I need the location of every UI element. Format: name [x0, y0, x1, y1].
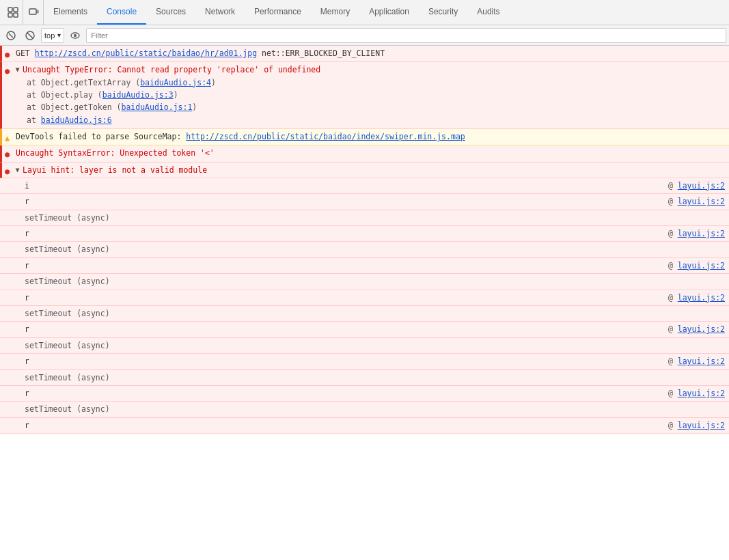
- svg-rect-5: [37, 10, 38, 13]
- entry-content-4: Uncaught SyntaxError: Unexpected token '…: [16, 148, 725, 159]
- entry-content-3: DevTools failed to parse SourceMap: http…: [16, 131, 725, 143]
- layui-sub-async-label1: setTimeout (async): [25, 212, 148, 224]
- tab-console[interactable]: Console: [97, 0, 146, 25]
- tab-audits[interactable]: Audits: [467, 0, 509, 25]
- stack-link-3[interactable]: baiduAudio.js:1: [121, 102, 192, 112]
- get-error-text: GET http://zscd.cn/public/static/baidao/…: [16, 48, 725, 59]
- entry-content: GET http://zscd.cn/public/static/baidao/…: [16, 48, 725, 59]
- layui-link-r4[interactable]: layui.js:2: [678, 293, 725, 303]
- device-toolbar-button[interactable]: [23, 0, 44, 25]
- layui-sub-async5: setTimeout (async): [0, 338, 729, 354]
- entry-content-5: ▶Layui hint: layer is not a valid module: [16, 165, 725, 176]
- layui-sub-r1: r @ layui.js:2: [0, 194, 729, 210]
- tab-performance-label: Performance: [254, 7, 301, 16]
- tab-elements[interactable]: Elements: [44, 0, 97, 25]
- svg-rect-4: [29, 9, 36, 14]
- layui-sub-at-r3: @ layui.js:2: [614, 260, 725, 272]
- console-toolbar: top ▾: [0, 25, 729, 46]
- layui-sub-at-r5: @ layui.js:2: [614, 323, 725, 335]
- layui-sub-async3: setTimeout (async): [0, 274, 729, 290]
- get-error-url[interactable]: http://zscd.cn/public/static/baidao/hr/a…: [35, 48, 257, 58]
- clear-console-button[interactable]: [3, 27, 19, 44]
- svg-line-9: [27, 32, 33, 38]
- layui-sub-at-r4: @ layui.js:2: [614, 292, 725, 304]
- svg-rect-3: [14, 13, 18, 17]
- layui-sub-at-r7: @ layui.js:2: [614, 387, 725, 400]
- console-output: ● GET http://zscd.cn/public/static/baida…: [0, 46, 729, 560]
- entry-content-2: ▶Uncaught TypeError: Cannot read propert…: [16, 64, 725, 126]
- stack-line-3: at Object.getToken (baiduAudio.js:1): [27, 101, 725, 113]
- tab-sources[interactable]: Sources: [146, 0, 195, 25]
- svg-line-7: [9, 33, 13, 38]
- stack-line-1: at Object.getTextArray (baiduAudio.js:4): [27, 76, 725, 89]
- layui-sub-async1: setTimeout (async): [0, 210, 729, 226]
- svg-point-11: [74, 34, 77, 37]
- layui-sub-r6: r @ layui.js:2: [0, 354, 729, 369]
- layui-sub-label-r2: r: [25, 227, 614, 240]
- layui-sub-i: i @ layui.js:2: [0, 178, 729, 194]
- devtools-tab-bar: Elements Console Sources Network Perform…: [0, 0, 729, 25]
- layui-sub-r3: r @ layui.js:2: [0, 258, 729, 274]
- svg-rect-0: [8, 8, 12, 12]
- tab-performance[interactable]: Performance: [245, 0, 311, 25]
- layui-sub-at-r6: @ layui.js:2: [614, 355, 725, 367]
- stack-link-4[interactable]: baiduAudio.js:6: [41, 115, 112, 125]
- layui-link-r2[interactable]: layui.js:2: [678, 229, 725, 238]
- layui-link-r6[interactable]: layui.js:2: [678, 356, 725, 366]
- layui-sub-at-i: @ layui.js:2: [614, 180, 725, 192]
- error-icon-2: ●: [5, 65, 10, 77]
- layui-sub-async4: setTimeout (async): [0, 306, 729, 322]
- tab-console-label: Console: [107, 7, 137, 16]
- stack-link-2[interactable]: baiduAudio.js:3: [102, 90, 174, 100]
- syntaxerror-text: Uncaught SyntaxError: Unexpected token '…: [16, 148, 725, 159]
- typeerror-text: ▶Uncaught TypeError: Cannot read propert…: [16, 64, 725, 76]
- layui-sub-async7: setTimeout (async): [0, 402, 729, 417]
- block-requests-button[interactable]: [22, 27, 38, 44]
- eye-button[interactable]: [67, 27, 83, 44]
- tab-application[interactable]: Application: [359, 0, 419, 25]
- entry-main-2: ▶Uncaught TypeError: Cannot read propert…: [16, 64, 725, 76]
- filter-input[interactable]: [86, 28, 726, 43]
- layui-sub-label-i: i: [25, 180, 614, 192]
- layui-sub-r4: r @ layui.js:2: [0, 290, 729, 306]
- layui-sub-async-label6: setTimeout (async): [25, 372, 148, 384]
- warning-text: DevTools failed to parse SourceMap: http…: [16, 131, 725, 143]
- tab-network[interactable]: Network: [195, 0, 245, 25]
- layui-link-i[interactable]: layui.js:2: [678, 181, 725, 191]
- console-entry-layui-header: ● ▶Layui hint: layer is not a valid modu…: [0, 163, 729, 178]
- layui-sub-async-label7: setTimeout (async): [25, 403, 148, 415]
- console-entry-get-error: ● GET http://zscd.cn/public/static/baida…: [0, 46, 729, 62]
- stack-link-1[interactable]: baiduAudio.js:4: [140, 78, 211, 87]
- layui-sub-label-r7: r: [25, 387, 614, 400]
- console-entry-warning: ▲ DevTools failed to parse SourceMap: ht…: [0, 129, 729, 145]
- tab-memory[interactable]: Memory: [311, 0, 359, 25]
- layui-link-r3[interactable]: layui.js:2: [678, 261, 725, 270]
- console-entry-syntaxerror: ● Uncaught SyntaxError: Unexpected token…: [0, 145, 729, 162]
- layui-sub-async-label5: setTimeout (async): [25, 339, 148, 352]
- collapse-arrow[interactable]: ▶: [13, 68, 23, 72]
- console-entry-typeerror: ● ▶Uncaught TypeError: Cannot read prope…: [0, 62, 729, 129]
- context-label: top: [44, 31, 55, 40]
- layui-link-r1[interactable]: layui.js:2: [678, 197, 725, 206]
- inspect-icon-button[interactable]: [3, 0, 23, 25]
- entry-main: GET http://zscd.cn/public/static/baidao/…: [16, 48, 725, 59]
- layui-link-r5[interactable]: layui.js:2: [678, 324, 725, 334]
- layui-sub-label-r1: r: [25, 195, 614, 208]
- layui-sub-async-label3: setTimeout (async): [25, 275, 148, 288]
- layui-sub-r2: r @ layui.js:2: [0, 226, 729, 242]
- layui-link-r7[interactable]: layui.js:2: [678, 389, 725, 398]
- layui-link-r8[interactable]: layui.js:2: [678, 421, 725, 430]
- layui-collapse-arrow[interactable]: ▶: [13, 168, 23, 172]
- tab-application-label: Application: [369, 7, 409, 16]
- svg-rect-2: [8, 13, 12, 17]
- tab-security[interactable]: Security: [419, 0, 467, 25]
- tab-elements-label: Elements: [53, 7, 87, 16]
- layui-text: ▶Layui hint: layer is not a valid module: [16, 165, 725, 176]
- stack-line-2: at Object.play (baiduAudio.js:3): [27, 89, 725, 101]
- layui-sub-at-r2: @ layui.js:2: [614, 227, 725, 240]
- chevron-down-icon: ▾: [57, 31, 61, 39]
- layui-sub-label-r4: r: [25, 292, 614, 304]
- context-selector[interactable]: top ▾: [41, 28, 64, 43]
- tab-audits-label: Audits: [477, 7, 499, 16]
- sourcemap-url[interactable]: http://zscd.cn/public/static/baidao/inde…: [186, 132, 465, 141]
